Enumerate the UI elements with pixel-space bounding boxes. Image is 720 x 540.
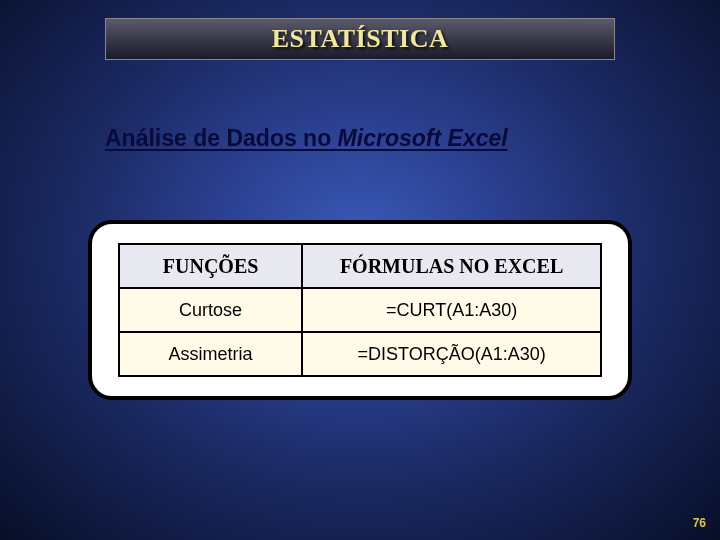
functions-table: FUNÇÕES FÓRMULAS NO EXCEL Curtose =CURT(… (118, 243, 602, 377)
table-header-row: FUNÇÕES FÓRMULAS NO EXCEL (119, 244, 601, 288)
slide-title: ESTATÍSTICA (272, 24, 449, 54)
cell-function: Assimetria (119, 332, 302, 376)
table-row: Curtose =CURT(A1:A30) (119, 288, 601, 332)
slide-subtitle: Análise de Dados no Microsoft Excel (105, 125, 508, 152)
table-card: FUNÇÕES FÓRMULAS NO EXCEL Curtose =CURT(… (88, 220, 632, 400)
table-row: Assimetria =DISTORÇÃO(A1:A30) (119, 332, 601, 376)
subtitle-italic: Microsoft Excel (338, 125, 508, 151)
header-formulas: FÓRMULAS NO EXCEL (302, 244, 601, 288)
subtitle-prefix: Análise de Dados no (105, 125, 338, 151)
title-bar: ESTATÍSTICA (105, 18, 615, 60)
header-functions: FUNÇÕES (119, 244, 302, 288)
cell-formula: =DISTORÇÃO(A1:A30) (302, 332, 601, 376)
page-number: 76 (693, 516, 706, 530)
cell-formula: =CURT(A1:A30) (302, 288, 601, 332)
cell-function: Curtose (119, 288, 302, 332)
